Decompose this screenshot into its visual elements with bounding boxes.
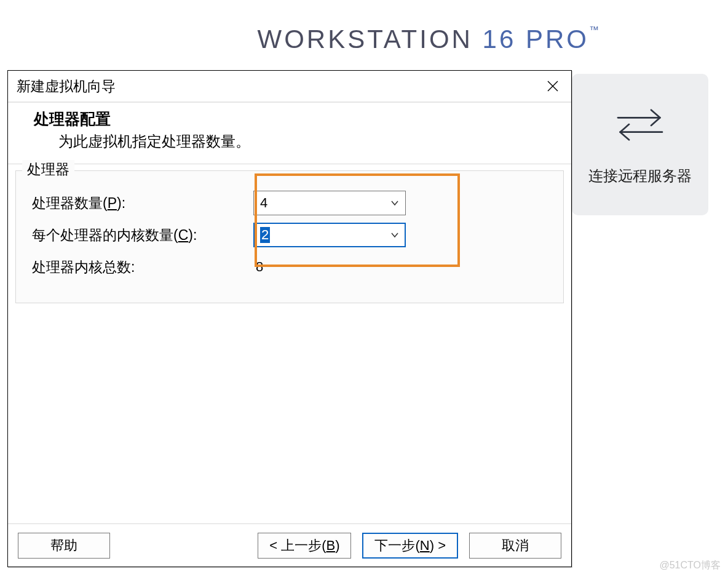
new-vm-wizard-dialog: 新建虚拟机向导 处理器配置 为此虚拟机指定处理器数量。 处理器 处理器数量(P)… [7, 70, 572, 567]
close-icon[interactable] [543, 76, 563, 96]
watermark: @51CTO博客 [659, 559, 721, 572]
chevron-down-icon [390, 230, 399, 240]
brand-name: WORKSTATION [257, 25, 472, 54]
label-text: ) > [430, 538, 446, 553]
side-card-label: 连接远程服务器 [588, 166, 692, 186]
cancel-button[interactable]: 取消 [469, 533, 561, 559]
label-text: ) [335, 538, 339, 553]
label-hotkey: N [420, 538, 430, 553]
next-button[interactable]: 下一步(N) > [362, 533, 458, 559]
brand-title: WORKSTATION 16 PRO™ [257, 25, 599, 54]
dialog-title: 新建虚拟机向导 [17, 77, 116, 96]
brand-version: 16 [483, 25, 516, 54]
brand-tm: ™ [589, 25, 599, 35]
total-cores-row: 处理器内核总数: 8 [32, 251, 547, 283]
connect-remote-server-card[interactable]: 连接远程服务器 [572, 74, 708, 215]
dialog-titlebar: 新建虚拟机向导 [8, 71, 571, 103]
total-cores-value: 8 [256, 259, 263, 275]
cores-per-processor-row: 每个处理器的内核数量(C): 2 [32, 219, 547, 251]
back-button[interactable]: < 上一步(B) [258, 533, 351, 559]
label-text: ): [117, 195, 125, 211]
cores-per-processor-label: 每个处理器的内核数量(C): [32, 226, 253, 245]
button-label: < 上一步(B) [269, 536, 339, 555]
button-label: 帮助 [50, 536, 77, 555]
help-button[interactable]: 帮助 [18, 533, 110, 559]
label-text: < 上一步( [269, 538, 326, 553]
label-hotkey: B [326, 538, 335, 553]
processor-count-select[interactable]: 4 [253, 191, 406, 215]
chevron-down-icon [390, 198, 399, 208]
label-text: ): [188, 227, 197, 243]
transfer-arrows-icon [612, 103, 668, 149]
cores-per-processor-select[interactable]: 2 [253, 223, 406, 247]
header-subtitle: 为此虚拟机指定处理器数量。 [58, 132, 545, 151]
button-label: 取消 [502, 536, 529, 555]
dialog-footer: 帮助 < 上一步(B) 下一步(N) > 取消 [8, 523, 571, 567]
label-text: 每个处理器的内核数量( [32, 227, 178, 243]
processor-count-row: 处理器数量(P): 4 [32, 187, 547, 219]
button-label: 下一步(N) > [374, 536, 446, 555]
label-text: 下一步( [374, 538, 419, 553]
processor-count-label: 处理器数量(P): [32, 194, 253, 213]
total-cores-label: 处理器内核总数: [32, 258, 253, 277]
group-label: 处理器 [22, 160, 74, 179]
select-value: 2 [260, 227, 270, 243]
dialog-header: 处理器配置 为此虚拟机指定处理器数量。 [8, 103, 571, 164]
brand-edition: PRO [526, 25, 589, 54]
app-background: WORKSTATION 16 PRO™ 连接远程服务器 新建虚拟机向导 处理器配… [0, 0, 728, 577]
processor-group: 处理器 处理器数量(P): 4 每个处理器的内核数量(C) [15, 170, 564, 303]
label-hotkey: C [178, 227, 189, 243]
dialog-body: 处理器 处理器数量(P): 4 每个处理器的内核数量(C) [8, 164, 571, 523]
label-text: 处理器数量( [32, 195, 108, 211]
header-title: 处理器配置 [34, 109, 545, 129]
label-hotkey: P [108, 195, 117, 211]
select-value: 4 [260, 195, 267, 211]
